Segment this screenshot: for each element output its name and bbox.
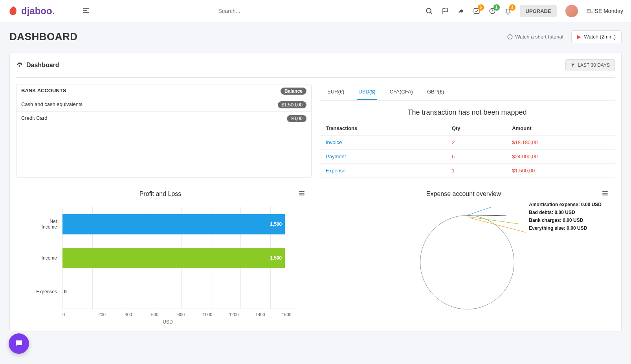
header-right: 6 1 3 UPGRADE ELISE Monday [425, 5, 623, 17]
bar-value: 0 [62, 282, 300, 302]
transaction-name[interactable]: Payment [319, 150, 446, 164]
bar-track: 1,500 [62, 248, 300, 268]
transactions-panel: EUR(€)USD($)CFA(CFA)GBP(£) The transacti… [319, 84, 615, 178]
bar-track: 1,500 [62, 214, 300, 234]
transaction-row: Payment6$24.000,00 [319, 150, 615, 164]
share-icon[interactable] [457, 7, 464, 15]
pie-chart-area: Amortisation expense: 0.00 USDBad debts:… [319, 199, 615, 317]
col-qty: Qty [446, 121, 506, 135]
svg-point-3 [426, 8, 431, 13]
page-title: DASHBOARD [9, 31, 78, 43]
transaction-name[interactable]: Invoice [319, 135, 446, 150]
x-tick: 800 [168, 312, 194, 317]
transaction-qty: 1 [446, 164, 506, 178]
flag-icon[interactable] [442, 7, 449, 15]
bell-icon[interactable]: 3 [504, 7, 512, 15]
upgrade-button[interactable]: UPGRADE [520, 5, 557, 17]
col-amount: Amount [506, 121, 615, 135]
page-header: DASHBOARD Watch a short tutorial ▶ Watch… [0, 22, 631, 47]
currency-tab-usd[interactable]: USD($) [357, 84, 377, 100]
accounts-header-balance: Balance [281, 88, 306, 95]
bar-value: 1,500 [62, 248, 285, 268]
transaction-row: Invoice2$18.180,00 [319, 135, 615, 150]
svg-line-4 [430, 12, 432, 14]
target-icon[interactable]: 1 [489, 7, 496, 15]
watch-button[interactable]: ▶ Watch (2min.) [571, 30, 622, 43]
logo[interactable]: djaboo. [8, 5, 55, 16]
currency-tabs: EUR(€)USD($)CFA(CFA)GBP(£) [319, 84, 615, 101]
bank-accounts-table: BANK ACCOUNTS Balance Cash and cash equi… [16, 84, 312, 178]
avatar[interactable] [565, 5, 578, 17]
transaction-qty: 6 [446, 150, 506, 164]
main-content: Dashboard LAST 30 DAYS BANK ACCOUNTS Bal… [0, 47, 631, 341]
account-name: Credit Card [21, 115, 47, 122]
bar-value: 1,500 [62, 214, 285, 234]
svg-line-18 [467, 207, 491, 215]
transaction-qty: 2 [446, 135, 506, 150]
app-header: djaboo. 6 1 3 UPGRADE ELISE Monday [0, 0, 631, 22]
x-tick: 1400 [247, 312, 273, 317]
date-filter-button[interactable]: LAST 30 DAYS [565, 59, 615, 71]
play-icon: ▶ [577, 34, 581, 40]
x-tick: 1000 [194, 312, 221, 317]
pie-label: Bad debts: 0.00 USD [529, 210, 602, 215]
x-tick: 400 [115, 312, 141, 317]
transaction-amount: $1.500,00 [506, 164, 615, 178]
currency-tab-cfacfa[interactable]: CFA(CFA) [388, 84, 415, 100]
account-name: Cash and cash equivalents [21, 101, 83, 108]
pie-label: Bank charges: 0.00 USD [529, 218, 602, 223]
accounts-row: Credit Card$0,00 [17, 112, 311, 125]
check-box-icon[interactable]: 6 [473, 7, 480, 15]
bar-category-label: Expenses [36, 289, 62, 294]
chart-title-pl: Profit and Loss [22, 190, 298, 198]
logo-icon [8, 5, 19, 16]
accounts-header-left: BANK ACCOUNTS [21, 88, 66, 95]
currency-tab-gbp[interactable]: GBP(£) [426, 84, 446, 100]
pie-label: Everything else: 0.00 USD [529, 225, 602, 231]
col-transactions: Transactions [319, 121, 446, 135]
transaction-name[interactable]: Expense [319, 164, 446, 178]
username: ELISE Monday [587, 8, 623, 14]
accounts-row: Cash and cash equivalents$1.500,00 [17, 98, 311, 112]
x-tick: 1600 [273, 312, 300, 317]
bar-category-label: Net Income [36, 219, 62, 230]
chart-menu-icon[interactable] [298, 190, 305, 198]
tutorial-link[interactable]: Watch a short tutorial [507, 34, 563, 40]
page-header-right: Watch a short tutorial ▶ Watch (2min.) [507, 30, 622, 43]
pie-label: Amortisation expense: 0.00 USD [529, 202, 602, 207]
badge-bell: 3 [509, 4, 515, 11]
account-balance: $0,00 [287, 115, 306, 122]
account-balance: $1.500,00 [278, 101, 306, 108]
chart-title-expense: Expense account overview [326, 190, 602, 198]
transaction-row: Expense1$1.500,00 [319, 164, 615, 178]
currency-tab-eur[interactable]: EUR(€) [326, 84, 346, 100]
menu-toggle-icon[interactable] [82, 7, 90, 16]
transaction-amount: $18.180,00 [506, 135, 615, 150]
info-icon [507, 34, 513, 40]
search-input[interactable] [218, 8, 297, 14]
watch-label: Watch (2min.) [584, 34, 616, 40]
dashboard-icon [16, 62, 23, 69]
top-grid: BANK ACCOUNTS Balance Cash and cash equi… [16, 84, 615, 178]
search-area [90, 8, 425, 14]
logo-text: djaboo. [21, 5, 55, 16]
x-tick: 1200 [221, 312, 247, 317]
search-icon[interactable] [425, 7, 433, 15]
chart-menu-icon[interactable] [602, 190, 609, 198]
not-mapped-title: The transaction has not been mapped [319, 101, 615, 121]
x-axis-label: USD [36, 319, 300, 325]
bar-category-label: Income [36, 255, 62, 261]
dashboard-card: Dashboard LAST 30 DAYS BANK ACCOUNTS Bal… [9, 53, 622, 331]
expense-overview-chart: Expense account overview A [319, 187, 615, 325]
pie-circle [420, 215, 514, 309]
x-tick: 200 [89, 312, 115, 317]
transaction-amount: $24.000,00 [506, 150, 615, 164]
x-tick: 600 [141, 312, 168, 317]
chat-icon [14, 339, 24, 341]
bar-chart-area: Net Income1,500Income1,500Expenses0 0200… [16, 199, 312, 325]
charts-grid: Profit and Loss Net Income1,500Income1,5… [16, 187, 615, 325]
profit-loss-chart: Profit and Loss Net Income1,500Income1,5… [16, 187, 312, 325]
dashboard-card-header: Dashboard LAST 30 DAYS [16, 59, 615, 78]
filter-label: LAST 30 DAYS [578, 62, 610, 68]
bar-track: 0 [62, 282, 300, 302]
